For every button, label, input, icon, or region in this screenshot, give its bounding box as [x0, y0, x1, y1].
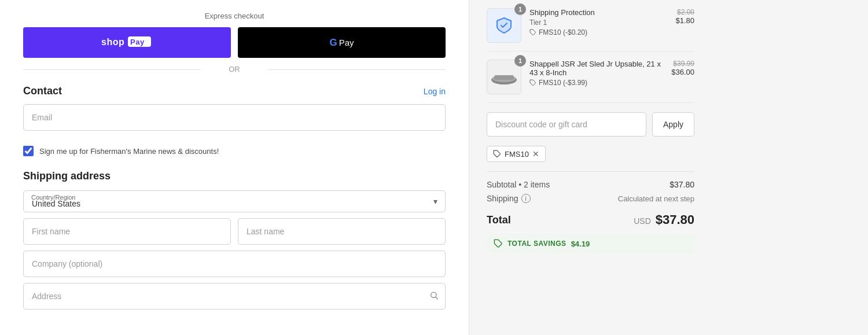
- item-tier-1: Tier 1: [529, 19, 667, 27]
- newsletter-label: Sign me up for Fisherman's Marine news &…: [39, 147, 219, 156]
- savings-amount: $4.19: [571, 240, 590, 248]
- svg-rect-9: [494, 75, 514, 80]
- express-checkout-label: Express checkout: [23, 12, 446, 20]
- shipping-label-wrapper: Shipping i: [487, 194, 531, 203]
- coupon-remove-button[interactable]: ✕: [532, 149, 539, 159]
- savings-label: TOTAL SAVINGS: [507, 240, 567, 248]
- apply-button[interactable]: Apply: [652, 112, 694, 137]
- subtotal-row: Subtotal • 2 items $37.80: [487, 180, 694, 189]
- right-panel: 1 Shipping Protection Tier 1 FMS10 (-$0.…: [469, 0, 712, 335]
- item-badge-2: 1: [514, 55, 526, 67]
- item-badge-1: 1: [514, 3, 526, 15]
- shop-pay-label: shop Pay: [101, 35, 153, 50]
- tag-icon-2: [529, 79, 536, 86]
- item-name-2: Shappell JSR Jet Sled Jr Upsable, 21 x 4…: [529, 60, 663, 77]
- coupon-code-label: FMS10: [505, 150, 529, 159]
- item-discount-2: FMS10 (-$3.99): [529, 79, 663, 87]
- item-discount-text-2: FMS10 (-$3.99): [539, 79, 587, 87]
- coupon-tag: FMS10 ✕: [487, 146, 546, 162]
- address-wrapper: [23, 283, 446, 310]
- contact-section-header: Contact Log in: [23, 85, 446, 97]
- item-discount-1: FMS10 (-$0.20): [529, 28, 667, 36]
- svg-point-3: [431, 292, 436, 297]
- first-name-field[interactable]: [23, 218, 231, 245]
- name-row: [23, 218, 446, 245]
- svg-line-4: [436, 297, 438, 300]
- country-select[interactable]: United States: [23, 190, 446, 212]
- contact-title: Contact: [23, 85, 62, 97]
- country-select-wrapper: Country/Region United States ▾: [23, 190, 446, 212]
- left-panel: Express checkout shop Pay GPay OR Contac…: [0, 0, 469, 335]
- price-original-1: $2.00: [675, 8, 694, 16]
- subtotal-value: $37.80: [670, 180, 694, 189]
- tag-icon-1: [529, 29, 536, 36]
- table-row: 1 Shappell JSR Jet Sled Jr Upsable, 21 x…: [487, 51, 694, 103]
- google-g-icon: GPay: [329, 37, 354, 49]
- discount-row: Apply: [487, 112, 694, 137]
- total-currency: USD: [634, 216, 651, 226]
- grand-total-label: Total: [487, 214, 511, 226]
- item-details-1: Shipping Protection Tier 1 FMS10 (-$0.20…: [529, 8, 667, 36]
- shop-pay-button[interactable]: shop Pay: [23, 27, 231, 58]
- log-in-link[interactable]: Log in: [424, 87, 446, 96]
- grand-total-right: USD $37.80: [634, 212, 694, 227]
- item-name-1: Shipping Protection: [529, 8, 667, 17]
- shipping-row: Shipping i Calculated at next step: [487, 194, 694, 203]
- subtotal-label: Subtotal • 2 items: [487, 180, 550, 189]
- grand-total-row: Total USD $37.80: [487, 210, 694, 227]
- shipping-value: Calculated at next step: [618, 194, 694, 203]
- savings-row: TOTAL SAVINGS $4.19: [487, 234, 694, 253]
- table-row: 1 Shipping Protection Tier 1 FMS10 (-$0.…: [487, 0, 694, 51]
- newsletter-checkbox[interactable]: [23, 146, 34, 156]
- price-current-2: $36.00: [671, 68, 694, 76]
- order-items-list: 1 Shipping Protection Tier 1 FMS10 (-$0.…: [487, 0, 694, 103]
- grand-total-value: $37.80: [656, 212, 694, 227]
- savings-tag-icon: [494, 239, 503, 248]
- google-pay-button[interactable]: GPay: [238, 27, 446, 58]
- item-prices-2: $39.99 $36.00: [671, 60, 694, 76]
- or-divider: OR: [23, 65, 446, 73]
- item-discount-text-1: FMS10 (-$0.20): [539, 28, 587, 36]
- svg-text:shop: shop: [101, 37, 124, 47]
- address-field[interactable]: [23, 283, 446, 310]
- item-image-wrapper-1: 1: [487, 8, 521, 43]
- item-prices-1: $2.00 $1.80: [675, 8, 694, 25]
- search-icon: [429, 291, 439, 302]
- item-details-2: Shappell JSR Jet Sled Jr Upsable, 21 x 4…: [529, 60, 663, 87]
- price-original-2: $39.99: [671, 60, 694, 68]
- item-image-wrapper-2: 1: [487, 60, 521, 94]
- email-field[interactable]: [23, 104, 446, 131]
- company-field[interactable]: [23, 251, 446, 277]
- coupon-tag-icon: [493, 150, 501, 158]
- last-name-field[interactable]: [238, 218, 446, 245]
- newsletter-row: Sign me up for Fisherman's Marine news &…: [23, 146, 446, 156]
- svg-text:Pay: Pay: [130, 38, 145, 46]
- price-current-1: $1.80: [675, 16, 694, 25]
- express-buttons: shop Pay GPay: [23, 27, 446, 58]
- shipping-title: Shipping address: [23, 170, 446, 182]
- shipping-info-icon[interactable]: i: [521, 194, 531, 203]
- discount-code-input[interactable]: [487, 112, 646, 137]
- totals-section: Subtotal • 2 items $37.80 Shipping i Cal…: [487, 171, 694, 253]
